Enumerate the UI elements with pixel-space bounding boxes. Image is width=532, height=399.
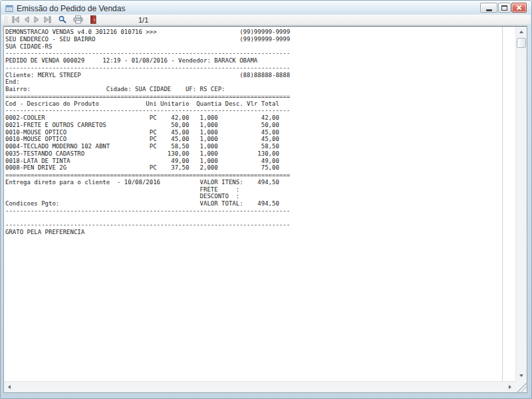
scroll-down-icon	[519, 374, 523, 377]
scroll-up-button[interactable]	[516, 27, 527, 37]
first-page-button[interactable]	[10, 15, 21, 25]
print-button[interactable]	[72, 15, 83, 25]
vertical-scrollbar[interactable]	[515, 27, 527, 381]
scroll-right-button[interactable]	[505, 382, 515, 392]
app-icon	[5, 5, 13, 13]
window-title: Emissão do Pedido de Vendas	[17, 4, 125, 13]
zoom-button[interactable]	[57, 15, 68, 25]
scroll-left-icon	[8, 385, 11, 389]
minimize-button[interactable]	[480, 3, 497, 13]
page-right-edge	[502, 27, 503, 381]
close-icon	[516, 5, 522, 11]
maximize-icon	[501, 5, 507, 11]
report-text: DEMONSTRACAO VENDAS v4.0 301216 010716 >…	[5, 29, 290, 236]
minimize-icon	[486, 9, 492, 11]
horizontal-scrollbar[interactable]	[4, 381, 515, 392]
scroll-down-button[interactable]	[516, 370, 527, 381]
close-preview-button[interactable]	[88, 15, 98, 25]
toolbar-gripper[interactable]	[4, 16, 7, 23]
last-page-button[interactable]	[42, 15, 53, 25]
vertical-scroll-thumb[interactable]	[517, 38, 526, 48]
close-button[interactable]	[511, 3, 527, 13]
window-controls	[480, 3, 527, 13]
next-page-button[interactable]	[31, 15, 42, 25]
exit-door-icon	[90, 15, 97, 24]
last-page-icon	[43, 16, 52, 23]
scroll-right-icon	[509, 385, 511, 389]
resize-grip[interactable]	[515, 381, 527, 392]
previous-page-icon	[23, 16, 30, 23]
titlebar[interactable]: Emissão do Pedido de Vendas	[1, 1, 531, 15]
maximize-button[interactable]	[498, 3, 511, 13]
preview-toolbar: 1/1	[1, 15, 531, 25]
magnifier-icon	[58, 15, 67, 24]
next-page-icon	[33, 16, 41, 23]
printer-icon	[73, 15, 83, 24]
scroll-up-icon	[519, 31, 523, 33]
scroll-left-button[interactable]	[4, 382, 15, 392]
preview-area: DEMONSTRACAO VENDAS v4.0 301216 010716 >…	[3, 26, 527, 393]
previous-page-button[interactable]	[21, 15, 31, 25]
page-indicator: 1/1	[138, 16, 148, 24]
app-window: Emissão do Pedido de Vendas	[0, 0, 532, 399]
first-page-icon	[11, 16, 20, 23]
